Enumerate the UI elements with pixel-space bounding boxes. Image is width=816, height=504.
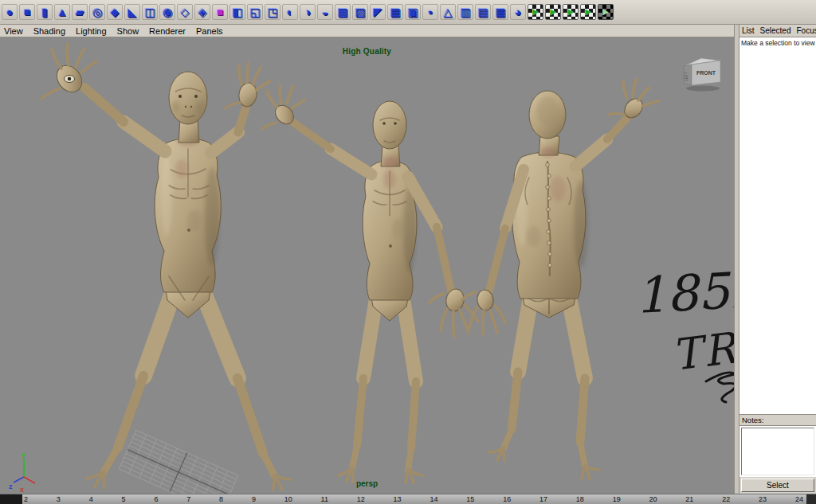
poly-triangulate-icon[interactable]: ◤ xyxy=(370,4,386,20)
select-button[interactable]: Select xyxy=(741,479,814,492)
shelf-icon-glyph: ◱ xyxy=(249,6,260,18)
shelf-icon-glyph: ◈ xyxy=(198,6,207,18)
frame-number: 20 xyxy=(649,495,657,503)
axis-y-label: y xyxy=(22,451,26,459)
poly-combine-icon[interactable]: ◧ xyxy=(230,4,245,20)
shelf-icon-glyph: ▶ xyxy=(567,8,574,16)
poly-cone-icon[interactable]: ▲ xyxy=(54,4,70,20)
poly-smooth-icon[interactable]: ▩ xyxy=(335,4,351,20)
frame-number: 24 xyxy=(795,495,803,503)
frame-number: 18 xyxy=(576,495,584,503)
frame-number: 23 xyxy=(759,495,767,503)
poly-sphere-icon[interactable]: ● xyxy=(2,4,18,20)
shelf-icon-glyph: ▮ xyxy=(41,6,48,18)
shelf-icon-glyph: ▩ xyxy=(337,6,347,18)
shelf-icon-glyph: ▣ xyxy=(407,6,418,18)
frame-numbers: 2 3 4 5 6 7 8 9 10 11 12 13 14 15 16 xyxy=(24,494,803,504)
shelf-icon-glyph: ▦ xyxy=(495,6,505,18)
attribute-panel-menu-item[interactable]: Focus xyxy=(796,26,816,35)
boolean-difference-icon[interactable]: ◑ xyxy=(300,4,316,20)
poly-torus-icon[interactable]: ◎ xyxy=(89,4,105,20)
poly-prism-icon[interactable]: ◆ xyxy=(107,4,123,20)
viewport-menu-item[interactable]: View xyxy=(4,26,23,36)
poly-extract-icon[interactable]: ◳ xyxy=(265,4,280,20)
shelf-icon-glyph: ▪ xyxy=(429,6,433,18)
notes-input[interactable] xyxy=(741,428,814,475)
sculpt-geometry-icon[interactable]: ◕ xyxy=(510,4,526,20)
shelf-icon-glyph: ◕ xyxy=(515,6,521,18)
shelf-icon-glyph: ▨ xyxy=(355,6,365,18)
poly-pipe-icon[interactable]: ◫ xyxy=(142,4,158,20)
shelf-icon-glyph: ■ xyxy=(24,6,30,18)
camera-name-label: persp xyxy=(0,479,734,488)
attribute-panel-body xyxy=(740,49,816,414)
uv-texture-checker-icon-5[interactable]: ▶ xyxy=(598,4,614,20)
viewport-menu-item[interactable]: Shading xyxy=(33,26,65,36)
viewport-menu-item[interactable]: Renderer xyxy=(149,26,186,36)
shelf-icon-glyph: ▦ xyxy=(390,6,400,18)
shelf-icon-glyph: ▰ xyxy=(76,6,84,18)
uv-texture-checker-icon-3[interactable]: ▶ xyxy=(563,4,579,20)
creature-model-front-view[interactable] xyxy=(41,44,291,490)
shelf-icon-glyph: ▥ xyxy=(460,6,470,18)
poly-platonic-solid-icon[interactable]: ◈ xyxy=(194,4,210,20)
offset-edge-loop-icon[interactable]: ▤ xyxy=(475,4,491,20)
poly-plane-icon[interactable]: ▰ xyxy=(72,4,88,20)
range-slider-endcap-right[interactable] xyxy=(806,494,816,504)
poly-helix-icon[interactable]: ◉ xyxy=(159,4,175,20)
poly-soccer-ball-icon[interactable]: ◇ xyxy=(177,4,193,20)
shelf-icon-glyph: ◎ xyxy=(92,6,102,18)
view-cube[interactable]: FRONT LEFT xyxy=(674,50,727,93)
add-divisions-icon[interactable]: ▦ xyxy=(492,4,508,20)
attribute-panel-menubar: List Selected Focus xyxy=(740,25,816,37)
viewport-canvas: 1852 TRIS y z x xyxy=(0,37,734,494)
poly-separate-icon[interactable]: ◱ xyxy=(247,4,263,20)
frame-number: 9 xyxy=(252,495,256,503)
frame-number: 5 xyxy=(122,495,126,503)
attribute-panel-menu-item[interactable]: Selected xyxy=(760,26,791,35)
insert-edge-loop-icon[interactable]: ▥ xyxy=(457,4,473,20)
boolean-intersection-icon[interactable]: ◒ xyxy=(317,4,333,20)
shelf-icon-glyph: ◣ xyxy=(128,6,137,18)
panel-splitter[interactable] xyxy=(734,25,740,494)
perspective-viewport[interactable]: 1852 TRIS y z x High Quality persp FRONT… xyxy=(0,37,734,494)
frame-number: 22 xyxy=(722,495,730,503)
uv-texture-checker-icon-4[interactable]: ▶ xyxy=(580,4,596,20)
shelf-icon-glyph: ▶ xyxy=(585,8,591,16)
creature-model-back-view[interactable] xyxy=(462,79,658,479)
boolean-union-icon[interactable]: ◐ xyxy=(282,4,298,20)
polygon-shelf: ● ■ ▮ ▲ ▰ ◎ ◆ ◣ ◫ ◉ xyxy=(0,0,816,25)
fill-hole-icon[interactable]: ▣ xyxy=(405,4,421,20)
notes-header: Notes: xyxy=(740,414,816,426)
view-cube-left-label: LEFT xyxy=(685,72,688,80)
poly-quadrangulate-icon[interactable]: ▦ xyxy=(387,4,403,20)
uv-texture-checker-icon-2[interactable]: ▶ xyxy=(545,4,561,20)
raised-hand xyxy=(609,79,658,121)
viewport-menu-item[interactable]: Show xyxy=(117,26,139,36)
subdiv-proxy-icon[interactable]: ■ xyxy=(212,4,228,20)
shelf-icon-glyph: ■ xyxy=(217,6,223,18)
right-hand xyxy=(226,63,270,108)
time-slider[interactable]: 2 3 4 5 6 7 8 9 10 11 12 13 14 15 16 xyxy=(0,494,816,504)
shelf-icon-glyph: ◉ xyxy=(163,6,172,18)
split-polygon-icon[interactable]: △ xyxy=(440,4,456,20)
shelf-icon-glyph: ▶ xyxy=(550,8,556,16)
shelf-icon-glyph: ◤ xyxy=(374,6,382,18)
uv-texture-checker-icon-1[interactable]: ▶ xyxy=(528,4,543,20)
viewport-menu-item[interactable]: Panels xyxy=(196,26,223,36)
poly-pyramid-icon[interactable]: ◣ xyxy=(124,4,140,20)
shelf-icon-glyph: ◒ xyxy=(322,6,328,18)
merge-vertices-icon[interactable]: ▪ xyxy=(422,4,438,20)
annotation-scribble xyxy=(706,373,734,402)
poly-cube-icon[interactable]: ■ xyxy=(19,4,35,20)
range-slider-endcap-left[interactable] xyxy=(0,494,22,504)
tris-count-number: 1852 xyxy=(634,260,734,325)
poly-cylinder-icon[interactable]: ▮ xyxy=(37,4,53,20)
shelf-icon-glyph: ◆ xyxy=(111,6,120,18)
frame-number: 19 xyxy=(613,495,621,503)
attribute-panel-menu-item[interactable]: List xyxy=(742,26,755,35)
viewport-menu-item[interactable]: Lighting xyxy=(76,26,107,36)
poly-reduce-icon[interactable]: ▨ xyxy=(352,4,368,20)
creature-model-three-quarter-view[interactable] xyxy=(262,85,478,483)
frame-number: 17 xyxy=(539,495,547,503)
